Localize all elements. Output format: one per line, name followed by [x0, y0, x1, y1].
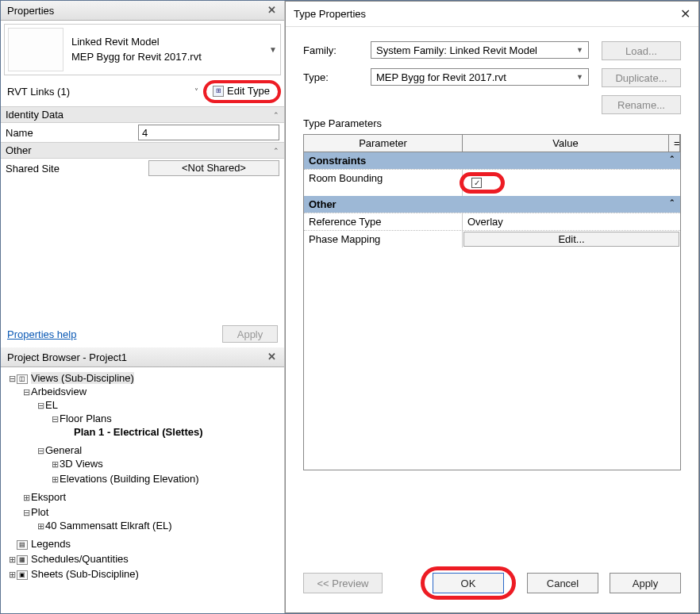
other-group-header[interactable]: Other ⌃	[304, 196, 680, 213]
schedules-icon: ▦	[17, 555, 28, 565]
collapse-icon: ⌃	[273, 147, 279, 155]
equals-column-header[interactable]: =	[669, 135, 680, 152]
sheets-icon: ▣	[17, 570, 28, 580]
name-input[interactable]	[138, 125, 279, 140]
family-combo[interactable]: System Family: Linked Revit Model ▼	[371, 41, 589, 59]
type-selector[interactable]: Linked Revit Model MEP Bygg for Revit 20…	[4, 24, 281, 75]
tree-legends[interactable]: Legends	[31, 538, 71, 550]
chevron-down-icon: ▼	[576, 73, 583, 81]
tree-el[interactable]: EL	[45, 399, 58, 411]
reference-type-value[interactable]: Overlay	[463, 213, 680, 230]
tree-floor-plans[interactable]: Floor Plans	[60, 413, 112, 424]
collapse-icon: ⌃	[669, 198, 675, 210]
other-header[interactable]: Other ⌃	[1, 142, 284, 159]
name-label: Name	[6, 127, 138, 139]
duplicate-button[interactable]: Duplicate...	[602, 68, 681, 87]
load-button[interactable]: Load...	[602, 41, 681, 60]
room-bounding-checkbox[interactable]: ✓	[471, 178, 482, 188]
tree-plot[interactable]: Plot	[31, 506, 48, 518]
cancel-button[interactable]: Cancel	[527, 573, 598, 593]
collapse-icon: ⌃	[669, 155, 675, 167]
collapse-icon: ⌃	[273, 111, 279, 119]
project-browser-header: Project Browser - Project1 ✕	[1, 347, 284, 367]
project-browser-tree[interactable]: ⊟◫Views (Sub-Discipline) ⊟Arbeidsview ⊟E…	[1, 367, 284, 613]
room-bounding-label: Room Bounding	[304, 170, 463, 196]
phase-mapping-label: Phase Mapping	[304, 231, 463, 248]
tree-elevations[interactable]: Elevations (Building Elevation)	[60, 473, 199, 485]
chevron-down-icon[interactable]: ▼	[269, 45, 277, 54]
project-browser-title: Project Browser - Project1	[7, 351, 265, 363]
rvt-links-label: RVT Links (1)	[4, 83, 194, 100]
family-value: System Family: Linked Revit Model	[376, 44, 576, 56]
tree-schedules[interactable]: Schedules/Quantities	[31, 553, 129, 565]
tree-eksport[interactable]: Eksport	[31, 491, 66, 503]
shared-site-label: Shared Site	[6, 163, 148, 175]
edit-type-label: Edit Type	[227, 85, 270, 97]
tree-plan1[interactable]: Plan 1 - Electrical (Slettes)	[74, 426, 203, 438]
parameter-column-header[interactable]: Parameter	[304, 135, 463, 152]
close-icon[interactable]: ✕	[265, 351, 278, 363]
family-label: Family:	[303, 44, 371, 56]
value-column-header[interactable]: Value	[463, 135, 669, 152]
thumbnail-icon	[8, 28, 63, 71]
views-icon: ◫	[17, 374, 28, 384]
phase-mapping-edit-button[interactable]: Edit...	[463, 232, 679, 247]
tree-3dviews[interactable]: 3D Views	[60, 458, 103, 470]
reference-type-label: Reference Type	[304, 213, 463, 230]
properties-apply-button[interactable]: Apply	[222, 325, 278, 343]
properties-title: Properties	[7, 5, 265, 17]
edit-type-icon: ⊞	[213, 86, 224, 97]
type-parameters-label: Type Parameters	[303, 117, 681, 129]
tree-general[interactable]: General	[45, 444, 82, 456]
properties-panel-header: Properties ✕	[1, 1, 284, 21]
dialog-title: Type Properties	[294, 8, 680, 20]
tree-sheets[interactable]: Sheets (Sub-Discipline)	[31, 568, 139, 580]
type-combo[interactable]: MEP Bygg for Revit 2017.rvt ▼	[371, 68, 589, 86]
shared-site-button[interactable]: <Not Shared>	[148, 160, 279, 176]
linked-model-label: Linked Revit Model	[71, 35, 269, 49]
type-label: Type:	[303, 71, 371, 83]
legends-icon: ▤	[17, 540, 28, 550]
chevron-down-icon: ▼	[576, 46, 583, 54]
type-parameters-table: Parameter Value = Constraints ⌃ Room Bou…	[303, 134, 681, 470]
tree-views-root[interactable]: Views (Sub-Discipline)	[31, 372, 134, 384]
close-icon[interactable]: ✕	[680, 6, 690, 21]
type-value: MEP Bygg for Revit 2017.rvt	[376, 71, 576, 83]
close-icon[interactable]: ✕	[265, 4, 278, 17]
apply-button[interactable]: Apply	[610, 573, 681, 593]
rename-button[interactable]: Rename...	[602, 95, 681, 114]
edit-type-button[interactable]: ⊞ Edit Type	[210, 83, 273, 98]
chevron-down-icon[interactable]: ˅	[194, 87, 198, 96]
identity-data-header[interactable]: Identity Data ⌃	[1, 106, 284, 123]
linked-model-file: MEP Bygg for Revit 2017.rvt	[71, 50, 269, 64]
ok-button[interactable]: OK	[433, 573, 504, 593]
type-properties-dialog: Type Properties ✕ Family: System Family:…	[285, 1, 699, 613]
preview-button[interactable]: << Preview	[303, 573, 383, 593]
constraints-group-header[interactable]: Constraints ⌃	[304, 152, 680, 169]
tree-sammensatt[interactable]: 40 Sammensatt Elkraft (EL)	[45, 520, 172, 531]
tree-arbeidsview[interactable]: Arbeidsview	[31, 386, 87, 397]
properties-help-link[interactable]: Properties help	[7, 328, 222, 340]
